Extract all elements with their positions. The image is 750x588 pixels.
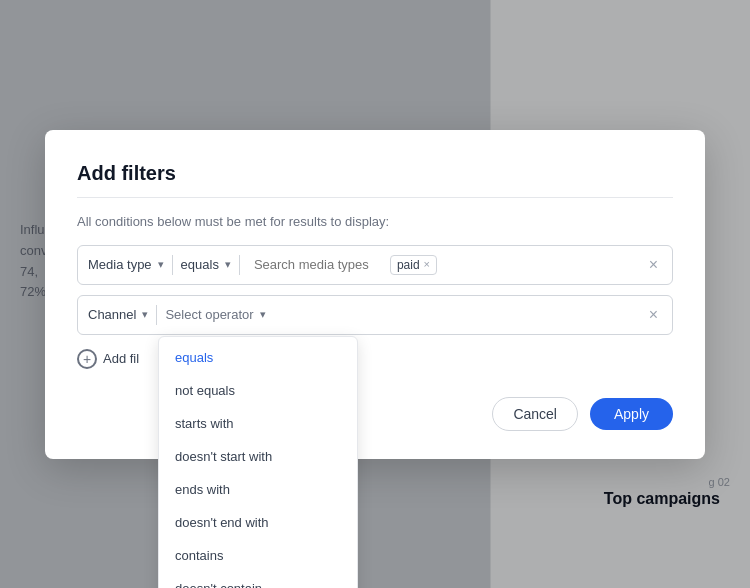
dropdown-item-not-equals[interactable]: not equals: [159, 374, 357, 407]
media-type-chevron-icon: ▾: [158, 258, 164, 271]
paid-chip-remove-icon[interactable]: ×: [424, 259, 430, 270]
modal-subtitle: All conditions below must be met for res…: [77, 214, 673, 229]
filter-row1-separator2: [239, 255, 240, 275]
filter-row-channel: Channel ▾ Select operator ▾ × equals not…: [77, 295, 673, 335]
channel-label: Channel: [88, 307, 136, 322]
search-media-types-input[interactable]: [254, 257, 384, 272]
dropdown-item-doesnt-start-with[interactable]: doesn't start with: [159, 440, 357, 473]
dropdown-item-equals[interactable]: equals: [159, 341, 357, 374]
filter-row-media-type: Media type ▾ equals ▾ paid × ×: [77, 245, 673, 285]
dropdown-item-starts-with[interactable]: starts with: [159, 407, 357, 440]
dropdown-item-ends-with[interactable]: ends with: [159, 473, 357, 506]
filter-row2-separator: [156, 305, 157, 325]
equals-label: equals: [181, 257, 219, 272]
channel-tag[interactable]: Channel ▾: [88, 307, 148, 322]
filter-row1-separator: [172, 255, 173, 275]
add-filter-label: Add fil: [103, 351, 139, 366]
equals-operator[interactable]: equals ▾: [181, 257, 231, 272]
apply-button[interactable]: Apply: [590, 398, 673, 430]
modal-title: Add filters: [77, 162, 673, 185]
operator-dropdown: equals not equals starts with doesn't st…: [158, 336, 358, 589]
dropdown-item-doesnt-end-with[interactable]: doesn't end with: [159, 506, 357, 539]
media-type-label: Media type: [88, 257, 152, 272]
filter-row1-close-icon[interactable]: ×: [645, 257, 662, 273]
paid-chip-label: paid: [397, 258, 420, 272]
media-type-tag[interactable]: Media type ▾: [88, 257, 164, 272]
search-area: paid ×: [248, 255, 645, 275]
select-operator-btn[interactable]: Select operator ▾: [165, 307, 265, 322]
select-operator-chevron-icon: ▾: [260, 308, 266, 321]
filter-row2-close-icon[interactable]: ×: [645, 307, 662, 323]
dropdown-item-doesnt-contain[interactable]: doesn't contain: [159, 572, 357, 589]
modal-dialog: Add filters All conditions below must be…: [45, 130, 705, 459]
channel-chevron-icon: ▾: [142, 308, 148, 321]
dropdown-item-contains[interactable]: contains: [159, 539, 357, 572]
add-filter-icon: +: [77, 349, 97, 369]
add-filter-button[interactable]: + Add fil: [77, 345, 139, 373]
paid-chip: paid ×: [390, 255, 437, 275]
cancel-button[interactable]: Cancel: [492, 397, 578, 431]
select-operator-label: Select operator: [165, 307, 253, 322]
modal-divider: [77, 197, 673, 198]
modal-overlay: Add filters All conditions below must be…: [0, 0, 750, 588]
equals-chevron-icon: ▾: [225, 258, 231, 271]
